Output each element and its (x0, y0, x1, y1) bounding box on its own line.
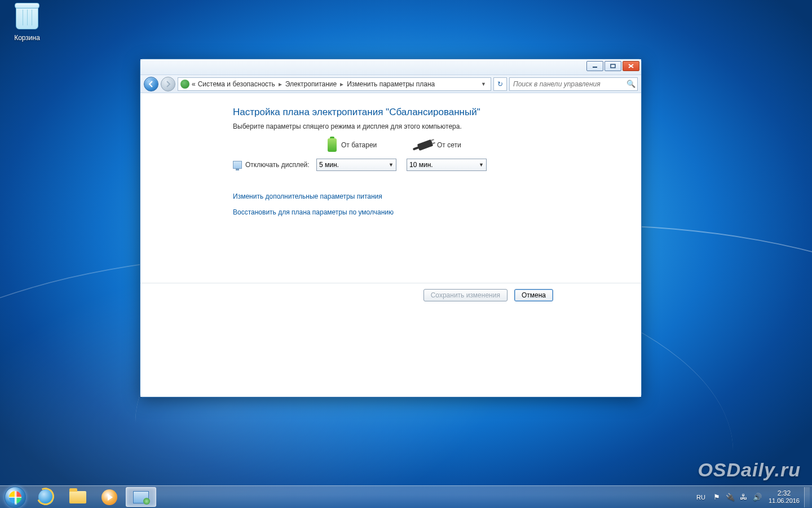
cancel-button[interactable]: Отмена (514, 289, 553, 301)
battery-icon (328, 138, 337, 152)
control-panel-window: « Система и безопасность ▸ Электропитани… (140, 59, 642, 397)
nav-toolbar: « Система и безопасность ▸ Электропитани… (140, 75, 641, 93)
monitor-icon (233, 161, 242, 169)
breadcrumb-lvl1[interactable]: Система и безопасность (198, 80, 275, 88)
taskbar-clock[interactable]: 2:32 11.06.2016 (764, 490, 804, 505)
power-tray-icon[interactable]: 🔌 (725, 492, 735, 502)
titlebar[interactable] (140, 59, 641, 75)
link-advanced-settings[interactable]: Изменить дополнительные параметры питани… (233, 192, 629, 200)
page-subtext: Выберите параметры спящего режима и дисп… (233, 122, 629, 130)
clock-time: 2:32 (769, 490, 800, 497)
taskbar-ie[interactable] (31, 487, 61, 507)
taskbar-media-player[interactable] (94, 487, 125, 507)
back-button[interactable] (144, 77, 158, 91)
search-icon[interactable]: 🔍 (625, 80, 637, 88)
taskbar-explorer[interactable] (63, 487, 93, 507)
minimize-button[interactable] (586, 61, 603, 71)
display-off-battery-select[interactable]: 5 мин. ▼ (316, 159, 396, 171)
maximize-button[interactable] (604, 61, 621, 71)
display-off-ac-select[interactable]: 10 мин. ▼ (407, 159, 487, 171)
address-dropdown-icon[interactable]: ▼ (479, 81, 488, 87)
network-tray-icon[interactable]: 🖧 (739, 492, 749, 502)
forward-button[interactable] (161, 77, 175, 91)
volume-tray-icon[interactable]: 🔊 (752, 492, 762, 502)
windows-orb-icon (5, 487, 26, 508)
recycle-bin[interactable]: Корзина (7, 6, 47, 42)
folder-icon (69, 491, 86, 503)
start-button[interactable] (0, 486, 30, 508)
clock-date: 11.06.2016 (769, 497, 800, 505)
media-player-icon (102, 489, 117, 505)
watermark: OSDaily.ru (698, 459, 801, 481)
breadcrumb-lvl3[interactable]: Изменить параметры плана (347, 80, 435, 88)
search-input[interactable] (510, 80, 625, 88)
refresh-button[interactable]: ↻ (493, 77, 507, 91)
save-button[interactable]: Сохранить изменения (423, 289, 508, 301)
page-heading: Настройка плана электропитания "Сбаланси… (233, 107, 629, 118)
taskbar-control-panel[interactable] (126, 487, 156, 507)
chevron-right-icon: ▸ (340, 80, 343, 88)
language-indicator[interactable]: RU (692, 494, 710, 501)
column-header-battery: От батареи (316, 138, 407, 152)
row-label-display-off: Отключать дисплей: (233, 161, 316, 169)
link-restore-defaults[interactable]: Восстановить для плана параметры по умол… (233, 208, 629, 216)
taskbar: RU ⚑ 🔌 🖧 🔊 2:32 11.06.2016 (0, 485, 812, 508)
column-header-ac: От сети (407, 141, 497, 149)
address-bar[interactable]: « Система и безопасность ▸ Электропитани… (178, 77, 491, 91)
system-tray: RU ⚑ 🔌 🖧 🔊 2:32 11.06.2016 (692, 486, 812, 508)
breadcrumb-lvl2[interactable]: Электропитание (285, 80, 337, 88)
svg-rect-1 (611, 64, 615, 68)
action-center-icon[interactable]: ⚑ (712, 492, 722, 502)
show-desktop-button[interactable] (804, 487, 810, 507)
search-box[interactable]: 🔍 (509, 77, 638, 91)
chevron-down-icon: ▼ (479, 162, 484, 168)
button-bar: Сохранить изменения Отмена (140, 283, 641, 306)
close-button[interactable] (623, 61, 639, 71)
control-panel-icon (180, 80, 189, 89)
recycle-bin-label: Корзина (7, 34, 47, 42)
content-area: Настройка плана электропитания "Сбаланси… (140, 93, 641, 397)
chevron-right-icon: ▸ (279, 80, 282, 88)
chevron-down-icon: ▼ (389, 162, 394, 168)
plug-icon (417, 139, 434, 151)
control-panel-task-icon (133, 491, 149, 503)
recycle-bin-icon (16, 6, 38, 29)
ie-icon (38, 489, 54, 505)
